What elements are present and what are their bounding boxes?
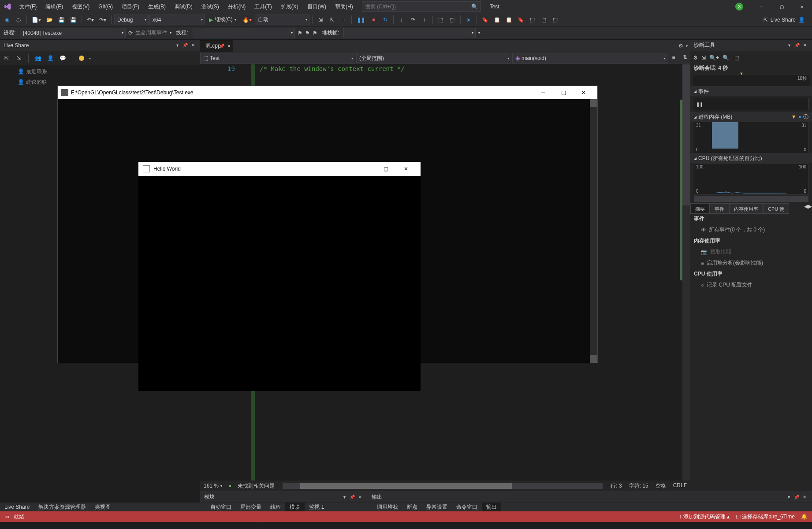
pin-icon[interactable]: 📌 <box>182 43 189 48</box>
btab-locals[interactable]: 局部变量 <box>236 503 266 511</box>
liveshare-toolbar-button[interactable]: ⇱ Live Share 👤 <box>758 13 810 26</box>
btab-auto[interactable]: 自动窗口 <box>206 503 236 511</box>
pin-icon[interactable]: 📌 <box>793 43 801 48</box>
status-dot[interactable] <box>77 53 86 63</box>
gear-icon[interactable]: ⚙ <box>693 55 698 61</box>
t4-icon[interactable]: 🔖 <box>515 15 526 25</box>
menu-git[interactable]: Git(G) <box>94 0 117 13</box>
minimize-button[interactable]: ─ <box>355 166 376 172</box>
split-icon[interactable]: ≡ <box>668 52 679 63</box>
zoom-out-icon[interactable]: 🔍- <box>723 55 731 61</box>
menu-tools[interactable]: 工具(T) <box>250 0 276 13</box>
menu-view[interactable]: 视图(V) <box>67 0 94 13</box>
dropdown-icon[interactable]: ▾ <box>341 495 348 499</box>
timeline-ruler[interactable]: 10秒 <box>693 74 809 86</box>
continue-button[interactable]: ▶继续(C)▾ <box>206 15 239 25</box>
show-next-icon[interactable]: → <box>338 15 349 25</box>
ending-indicator[interactable]: CRLF <box>673 482 687 490</box>
close-button[interactable]: ✕ <box>396 166 416 172</box>
scrollbar-h[interactable] <box>694 196 808 202</box>
hello-body[interactable] <box>138 176 421 391</box>
nav-function-combo[interactable]: ◉main(void) <box>512 53 667 63</box>
select-tools-icon[interactable]: ⇲ <box>701 55 706 61</box>
dropdown-icon[interactable]: ▾ <box>174 43 181 48</box>
memory-chart[interactable]: 31 31 0 0 <box>694 122 808 153</box>
config-combo[interactable]: Debug <box>114 15 149 25</box>
close-button[interactable]: ✕ <box>574 89 594 96</box>
pin-icon[interactable]: 📌 <box>349 495 356 499</box>
save-icon[interactable]: 💾 <box>56 15 67 25</box>
close-button[interactable]: ✕ <box>792 0 812 13</box>
reset-icon[interactable]: ⬚ <box>734 55 739 61</box>
record-cpu-link[interactable]: ○记录 CPU 配置文件 <box>690 279 812 291</box>
events-header[interactable]: 事件 <box>690 86 812 96</box>
t6-icon[interactable]: ⬚ <box>539 15 549 25</box>
step-into2-icon[interactable]: ↓ <box>396 15 407 25</box>
t2-icon[interactable]: 📋 <box>492 15 503 25</box>
swap-icon[interactable]: ⇅ <box>680 52 690 63</box>
nav-project-combo[interactable]: ⬚Test <box>200 53 355 63</box>
tab-cpu[interactable]: CPU 使 <box>763 203 789 214</box>
step-over2-icon[interactable]: ↷ <box>408 15 418 25</box>
thread-combo[interactable] <box>193 28 295 38</box>
share-in-icon[interactable]: ⇲ <box>14 53 24 63</box>
close-icon[interactable]: ✕ <box>801 495 808 499</box>
btab-cmdwin[interactable]: 命令窗口 <box>452 503 482 511</box>
flag-icon[interactable]: ⚑ <box>298 30 302 36</box>
close-icon[interactable]: ✕ <box>357 495 364 499</box>
menu-analyze[interactable]: 分析(N) <box>223 0 250 13</box>
hello-titlebar[interactable]: Hello World ─ ▢ ✕ <box>138 162 421 176</box>
t1-icon[interactable]: 🔖 <box>480 15 491 25</box>
tab-source-cpp[interactable]: 源.cpp 📌 ✕ <box>200 40 233 52</box>
recent-contacts[interactable]: 👤最近联系 <box>0 66 200 77</box>
auto-combo[interactable]: 自动 <box>255 15 309 25</box>
platform-combo[interactable]: x64 <box>149 15 205 25</box>
maximize-button[interactable]: ▢ <box>376 166 396 172</box>
scroll-left-icon[interactable]: ◀ <box>804 203 808 213</box>
search-icon[interactable]: 🔍 <box>469 4 480 10</box>
flag3-icon[interactable]: ⚑ <box>313 30 317 36</box>
scrollbar-v[interactable] <box>682 64 690 488</box>
maximize-button[interactable]: ▢ <box>771 0 792 13</box>
share-out-icon[interactable]: ⇱ <box>2 53 11 63</box>
open-icon[interactable]: 📂 <box>44 15 55 25</box>
tool2-icon[interactable]: ⬚ <box>447 15 458 25</box>
close-icon[interactable]: ✕ <box>801 43 808 48</box>
btab-watch[interactable]: 监视 1 <box>305 503 328 511</box>
close-icon[interactable]: ✕ <box>190 43 197 48</box>
scrollbar-h[interactable] <box>283 483 603 489</box>
search-input[interactable] <box>362 4 469 10</box>
menu-extensions[interactable]: 扩展(X) <box>276 0 303 13</box>
t7-icon[interactable]: ⬚ <box>550 15 561 25</box>
events-lane[interactable]: ❚❚ <box>694 98 808 110</box>
dropdown-icon[interactable]: ▾ <box>785 495 792 499</box>
maximize-button[interactable]: ▢ <box>553 89 574 96</box>
memory-header[interactable]: 进程内存 (MB)▼●ⓘ <box>690 112 812 122</box>
life-icon[interactable]: ⟳ <box>128 30 133 36</box>
line-indicator[interactable]: 行: 3 <box>611 482 622 490</box>
cpu-chart[interactable]: 100 100 0 0 <box>694 163 808 195</box>
step-out-icon[interactable]: ↑ <box>419 15 430 25</box>
console-titlebar[interactable]: E:\OpenGL\OpenGLclass\test2\Test\Debug\T… <box>58 86 597 99</box>
scroll-right-icon[interactable]: ▶ <box>808 203 812 213</box>
pin-icon[interactable]: 📌 <box>219 44 224 48</box>
cursor-icon[interactable]: ➤ <box>463 15 474 25</box>
save-all-icon[interactable]: 💾 <box>68 15 79 25</box>
t5-icon[interactable]: ⬚ <box>527 15 538 25</box>
menu-edit[interactable]: 编辑(E) <box>41 0 67 13</box>
all-events-link[interactable]: 👁所有事件(0 个，共 0 个) <box>690 224 812 235</box>
step-into-icon[interactable]: ⇲ <box>315 15 326 25</box>
pin-icon[interactable]: 📌 <box>793 495 800 499</box>
flag2-icon[interactable]: ⚑ <box>305 30 310 36</box>
hot-reload-icon[interactable]: 🔥▾ <box>240 15 254 25</box>
minimize-button[interactable]: ─ <box>533 89 553 96</box>
nav-fwd-icon[interactable]: ◌ <box>13 15 24 25</box>
gear-icon[interactable]: ⚙ <box>678 43 683 49</box>
zoom-control[interactable]: 161 %▾ <box>204 483 222 489</box>
cpu-header[interactable]: CPU (所有处理器的百分比) <box>690 153 812 163</box>
contact3-icon[interactable]: 💬 <box>58 53 67 63</box>
nav-back-icon[interactable]: ◉ <box>2 15 12 25</box>
menu-build[interactable]: 生成(B) <box>144 0 170 13</box>
menu-debug[interactable]: 调试(D) <box>170 0 197 13</box>
process-combo[interactable]: [40048] Test.exe <box>20 28 126 38</box>
